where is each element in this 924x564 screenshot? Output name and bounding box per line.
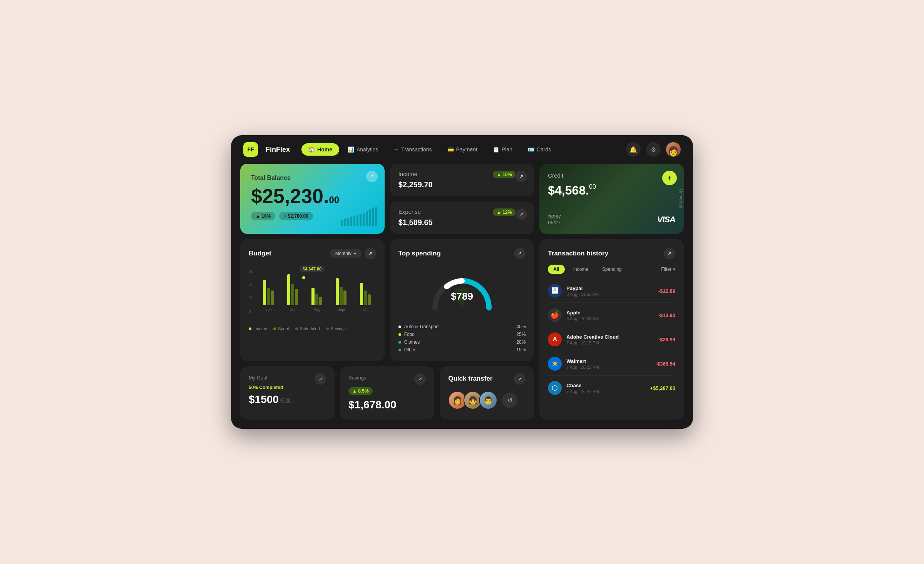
navbar: FF FinFlex 🏠Home📊Analytics↔️Transactions… [231, 135, 693, 164]
bar-oct-income [360, 283, 363, 305]
filter-income-button[interactable]: Income [568, 265, 594, 274]
filter-label: Filter [661, 267, 671, 272]
dot-transport [398, 326, 401, 328]
expense-badge: ▲ 12% [493, 208, 516, 216]
legend-label-savings: Savings [331, 326, 346, 331]
tx-name-walmart: Walmart [566, 358, 651, 364]
tx-date-adobe: 7 Aug · 19:15 PM [566, 341, 654, 345]
tx-amount-apple: -$13.90 [658, 312, 675, 318]
chart-group-jun: Jun [258, 274, 279, 312]
filter-spending-button[interactable]: Spending [597, 265, 627, 274]
chart-group-oct: Oct [355, 274, 376, 312]
tx-expand-button[interactable]: ↗ [664, 248, 675, 259]
nav-icon-payment: 💳 [447, 146, 454, 153]
budget-expand-button[interactable]: ↗ [365, 248, 376, 259]
nav-item-analytics[interactable]: 📊Analytics [341, 143, 385, 156]
legend-label-scheduled: Scheduled [300, 326, 320, 331]
legend-label-spent: Spent [278, 326, 289, 331]
legend-spent: Spent [273, 326, 289, 331]
savings-title: Savings [348, 375, 366, 381]
tx-icon-chase: ⬡ [548, 381, 562, 395]
chart-group-sept: Sept [331, 274, 352, 312]
bar-jun-spent [267, 288, 270, 305]
savings-expand-button[interactable]: ↗ [414, 373, 426, 385]
balance-card: Total Balance $25,230. 00 ▲ 10% + $2,780… [240, 164, 385, 234]
tx-amount-paypal: -$12.89 [658, 288, 675, 294]
credit-expiry: 05/27 [548, 220, 561, 225]
chart-dot [302, 276, 305, 279]
bar-oct-spent [364, 290, 367, 305]
savings-badge: ▲ 8,5% [348, 387, 373, 395]
transfer-expand-button[interactable]: ↗ [514, 373, 526, 385]
nav-item-home[interactable]: 🏠Home [301, 143, 339, 156]
dot-other [398, 349, 401, 351]
top-spending-card: Top spending ↗ $789 [390, 239, 534, 361]
filter-button[interactable]: Filter ▾ [661, 267, 675, 272]
tx-date-paypal: 8 Aug · 11:55 AM [566, 292, 654, 297]
expense-card: Expense $1,589.65 ▲ 12% ↗ [390, 201, 534, 234]
budget-legend: Income Spent Scheduled Savings [249, 326, 376, 331]
tx-amount-walmart: -$368.54 [656, 361, 675, 367]
goal-amount: $1500 [249, 393, 279, 406]
notifications-button[interactable]: 🔔 [626, 142, 641, 157]
avatar[interactable]: 👩 [666, 142, 681, 157]
expense-amount: $1,589.65 [398, 218, 433, 227]
tx-info-chase: Chase 7 Aug · 16:47 PM [566, 383, 645, 394]
bar-aug-spent [315, 294, 318, 305]
my-goal-card: My Goal ↗ 50% Completed $1500 /$3k [240, 366, 335, 420]
balance-chart-bar [375, 207, 377, 226]
gauge-chart: $789 [398, 265, 526, 319]
dot-food [398, 333, 401, 336]
y-label-6k: 6k [249, 269, 253, 274]
nav-label-cards: Cards [537, 146, 551, 153]
spending-header: Top spending ↗ [398, 248, 526, 259]
nav-label-analytics: Analytics [357, 146, 378, 153]
bar-jun-scheduled [271, 290, 274, 305]
tx-icon-paypal: 🅿 [548, 284, 562, 298]
pct-transport: 40% [516, 324, 526, 329]
income-expense-column: Income $2,259.70 ▲ 10% ↗ Expense $1,589.… [390, 164, 534, 234]
balance-chart-bar [369, 209, 371, 226]
spending-legend: Auto & Transport 40% Food 25% Clothes [398, 324, 526, 352]
nav-links: 🏠Home📊Analytics↔️Transactions💳Payment📋Pl… [301, 143, 618, 156]
table-row: ⬡ Chase 7 Aug · 16:47 PM +$5,287.00 [548, 376, 675, 400]
gauge-amount: $789 [451, 290, 473, 302]
nav-item-payment[interactable]: 💳Payment [440, 143, 484, 156]
transfer-refresh-button[interactable]: ↺ [502, 393, 517, 408]
settings-button[interactable]: ⚙ [646, 142, 661, 157]
balance-chart [341, 207, 377, 226]
savings-card: Savings ↗ ▲ 8,5% $1,678.00 [340, 366, 434, 420]
nav-label-plan: Plan [502, 146, 512, 153]
nav-item-cards[interactable]: 🪪Cards [521, 143, 558, 156]
tx-amount-chase: +$5,287.00 [650, 385, 675, 391]
spending-item-food: Food 25% [398, 332, 526, 337]
tx-info-apple: Apple 8 Aug · 10:03 AM [566, 310, 654, 321]
bar-aug-scheduled [319, 297, 322, 305]
legend-scheduled: Scheduled [295, 326, 320, 331]
nav-item-transactions[interactable]: ↔️Transactions [387, 143, 439, 156]
income-amount: $2,259.70 [398, 180, 433, 189]
credit-add-button[interactable]: + [662, 171, 677, 185]
nav-item-plan[interactable]: 📋Plan [486, 143, 519, 156]
visa-logo: VISA [657, 215, 675, 225]
nav-icon-analytics: 📊 [348, 146, 354, 153]
legend-label-income: Income [253, 326, 267, 331]
transfer-avatar-3[interactable]: 👨 [479, 391, 497, 410]
nav-actions: 🔔 ⚙ 👩 [626, 142, 681, 157]
chart-group-jul: Jul [282, 274, 303, 312]
logo-icon[interactable]: FF [243, 142, 258, 157]
goal-progress-label: 50% Completed [249, 385, 326, 390]
tx-name-chase: Chase [566, 383, 645, 388]
tx-date-walmart: 7 Aug · 18:23 PM [566, 365, 651, 369]
nav-icon-cards: 🪪 [528, 146, 534, 153]
filter-all-button[interactable]: All [548, 265, 564, 274]
balance-chart-bar [372, 208, 374, 227]
balance-expand-button[interactable]: ↗ [366, 171, 378, 182]
budget-header: Budget Monthly ▾ ↗ [249, 248, 376, 259]
y-label-0: 0 [249, 309, 253, 314]
monthly-dropdown[interactable]: Monthly ▾ [330, 249, 362, 258]
monthly-label: Monthly [335, 251, 352, 256]
pct-food: 25% [516, 332, 526, 337]
spending-expand-button[interactable]: ↗ [514, 248, 526, 259]
goal-expand-button[interactable]: ↗ [315, 373, 326, 385]
